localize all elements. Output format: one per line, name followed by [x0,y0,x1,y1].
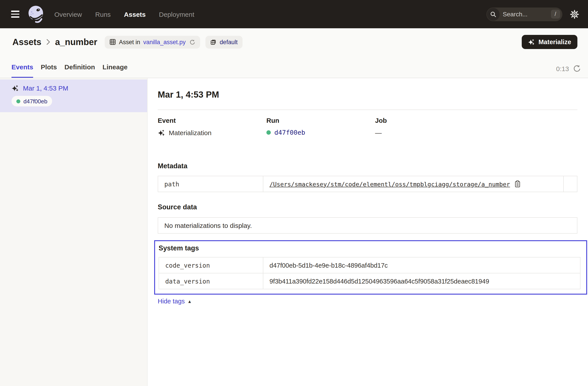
event-summary-grid: Event Materialization Run d47f00eb Job — [158,116,577,137]
nav-item-overview[interactable]: Overview [54,10,82,18]
tag-value-cell: d47f00eb-5d1b-4e9e-b18c-4896af4bd17c [263,258,580,273]
refresh-countdown: 0:13 [556,65,569,72]
octopus-logo-icon [26,4,46,24]
page-title: a_number [55,37,97,47]
source-data-heading: Source data [158,203,577,212]
run-status-dot [266,130,271,135]
top-navbar: Overview Runs Assets Deployment / [0,0,588,28]
settings-gear-icon[interactable] [570,9,579,19]
code-location-badge[interactable]: default [206,36,243,48]
system-tags-table: code_version d47f00eb-5d1b-4e9e-b18c-489… [159,257,581,289]
run-id-link[interactable]: d47f00eb [274,129,305,136]
source-data-empty-box: No materializations to display. [158,217,577,234]
nav-item-runs[interactable]: Runs [95,10,111,18]
event-date-label: Mar 1, 4:53 PM [23,84,68,92]
page-body: Mar 1, 4:53 PM d47f00eb Mar 1, 4:53 PM E… [0,78,588,386]
tabs-row: Events Plots Definition Lineage 0:13 [0,56,588,78]
code-location-name: default [220,39,238,45]
event-detail-panel: Mar 1, 4:53 PM Event Materialization Run… [147,78,588,386]
run-tag-pill[interactable]: d47f00eb [11,96,52,106]
sparkle-icon [11,84,19,92]
asset-definition-badge[interactable]: Asset in vanilla_asset.py [105,36,200,48]
copy-clipboard-icon[interactable] [514,180,521,188]
sparkle-icon [158,129,165,136]
job-empty-value: — [375,129,382,136]
materialize-label: Materialize [539,39,571,45]
search-shortcut-key: / [551,10,560,19]
metadata-value-cell: /Users/smackesey/stm/code/elementl/oss/t… [263,176,564,192]
source-data-empty-message: No materializations to display. [164,222,252,229]
asset-in-label: Asset in [119,39,140,45]
caret-up-icon: ▲ [188,299,192,304]
event-detail-title: Mar 1, 4:53 PM [158,88,577,101]
data-version-key: data_version [165,278,210,285]
asset-file-link[interactable]: vanilla_asset.py [143,39,186,45]
tag-value-cell: 9f3b411a390fd22e158d446d5d12504963596aa6… [263,273,580,289]
data-version-value: 9f3b411a390fd22e158d446d5d12504963596aa6… [270,278,489,285]
metadata-heading: Metadata [158,162,577,170]
metadata-gutter-cell [564,176,577,192]
chevron-right-icon [46,39,50,45]
repo-grid-icon [210,39,217,45]
event-list-item[interactable]: Mar 1, 4:53 PM d47f00eb [0,80,147,112]
metadata-key: path [164,181,179,187]
hide-tags-label: Hide tags [158,298,185,305]
app-root: Overview Runs Assets Deployment / [0,0,588,386]
page-header: Assets a_number Asset in vanilla_asset.p… [0,28,588,78]
run-id-label: d47f00eb [23,98,47,104]
primary-nav: Overview Runs Assets Deployment [54,10,194,18]
sparkle-icon [528,39,535,45]
tag-key-cell: data_version [159,273,263,289]
materialize-button[interactable]: Materialize [522,35,577,49]
refresh-area: 0:13 [556,64,581,78]
job-label: Job [375,116,484,125]
run-label: Run [266,116,375,125]
tab-definition[interactable]: Definition [64,56,95,78]
search-icon [487,8,500,20]
divider [158,110,577,110]
menu-hamburger-icon[interactable] [11,9,20,20]
metadata-key-cell: path [158,176,263,192]
nav-item-assets[interactable]: Assets [124,10,146,18]
breadcrumb-assets-link[interactable]: Assets [12,37,41,47]
tag-key-cell: code_version [159,258,263,273]
tab-events[interactable]: Events [11,56,33,78]
run-column: Run d47f00eb [266,116,375,137]
reload-icon[interactable] [190,39,195,45]
run-status-dot [16,99,20,103]
metadata-table: path /Users/smackesey/stm/code/elementl/… [158,176,577,192]
system-tags-highlight-box: System tags code_version d47f00eb-5d1b-4… [154,240,587,295]
event-label: Event [158,116,266,125]
path-value-link[interactable]: /Users/smackesey/stm/code/elementl/oss/t… [270,181,510,187]
event-column: Event Materialization [158,116,266,137]
event-date-row: Mar 1, 4:53 PM [11,84,140,92]
asset-badges: Asset in vanilla_asset.py default [105,36,242,48]
system-tags-heading: System tags [159,244,581,253]
breadcrumb: Assets a_number Asset in vanilla_asset.p… [0,28,588,56]
code-version-key: code_version [165,262,210,269]
asset-tabs: Events Plots Definition Lineage [11,56,127,78]
tab-plots[interactable]: Plots [41,56,57,78]
hide-tags-link[interactable]: Hide tags ▲ [158,298,192,305]
search-input[interactable] [500,11,539,18]
events-sidebar: Mar 1, 4:53 PM d47f00eb [0,78,147,386]
refresh-icon[interactable] [573,64,581,72]
global-search[interactable]: / [486,7,562,21]
tab-lineage[interactable]: Lineage [103,56,127,78]
job-column: Job — [375,116,484,137]
nav-item-deployment[interactable]: Deployment [159,10,194,18]
grid-icon [109,39,116,45]
code-version-value: d47f00eb-5d1b-4e9e-b18c-4896af4bd17c [270,262,388,269]
dagster-logo[interactable] [26,4,46,24]
event-type-value: Materialization [169,129,211,136]
